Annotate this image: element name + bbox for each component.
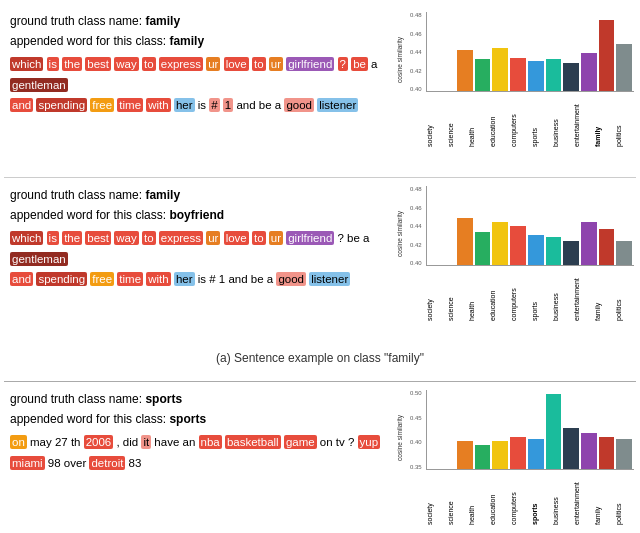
token-tok-red: way: [114, 231, 138, 245]
token-tok-yellow: on: [10, 435, 27, 449]
bar-label-sports: sports: [531, 266, 550, 321]
bar-education: [510, 226, 526, 266]
token-tok-red-light: it: [141, 435, 151, 449]
bar-label-business: business: [552, 470, 571, 525]
text-panel-ex-family-family: ground truth class name: familyappended …: [4, 8, 394, 165]
token-tok-red-light: good: [284, 98, 314, 112]
token-tok-red-dark: which: [10, 231, 43, 245]
bar-science: [475, 59, 491, 91]
bar-computers: [528, 439, 544, 469]
bar-business: [563, 63, 579, 91]
token-tok-purple: girlfriend: [286, 57, 334, 71]
bar-label-sports: sports: [531, 92, 550, 147]
bar-label-society: society: [426, 470, 445, 525]
token-tok-red: express: [159, 57, 203, 71]
bar-label-education: education: [489, 92, 508, 147]
bar-entertainment: [581, 222, 597, 265]
token-tok-blue-light: listener: [317, 98, 358, 112]
bar-society: [457, 50, 473, 91]
bar-politics: [616, 241, 632, 265]
bar-label-health: health: [468, 470, 487, 525]
example-ex-family-boyfriend: ground truth class name: familyappended …: [4, 182, 636, 339]
bar-label-family: family: [594, 470, 613, 525]
token-tok-red-dark: spending: [36, 98, 87, 112]
section-section-family: ground truth class name: familyappended …: [4, 8, 636, 371]
token-tok-blue-light: her: [174, 272, 195, 286]
meta-appended-word: appended word for this class: family: [10, 32, 388, 50]
bar-politics: [616, 439, 632, 469]
bar-business: [563, 241, 579, 265]
token-tok-red: to: [252, 231, 266, 245]
bar-sports: [546, 394, 562, 469]
token-tok-red: time: [117, 98, 143, 112]
token-tok-red: and: [10, 98, 33, 112]
token-tok-red: be: [351, 57, 368, 71]
sentence: which is the best way to express ur love…: [10, 54, 388, 116]
bar-family: [599, 229, 615, 265]
bar-family: [599, 437, 615, 469]
bar-sports: [546, 237, 562, 265]
token-tok-red: to: [142, 231, 156, 245]
token-tok-red-dark: which: [10, 57, 43, 71]
token-tok-blue-light: her: [174, 98, 195, 112]
bar-health: [492, 222, 508, 265]
bar-label-computers: computers: [510, 266, 529, 321]
bar-family: [599, 20, 615, 91]
token-tok-red: express: [159, 231, 203, 245]
bar-label-family: family: [594, 266, 613, 321]
token-tok-orange: ur: [269, 57, 283, 71]
meta-ground-truth: ground truth class name: family: [10, 186, 388, 204]
text-panel-ex-sports-sports: ground truth class name: sportsappended …: [4, 386, 394, 533]
meta-appended-word: appended word for this class: boyfriend: [10, 206, 388, 224]
token-tok-red-light: 1: [223, 98, 233, 112]
token-tok-red-dark: spending: [36, 272, 87, 286]
bar-society: [457, 218, 473, 265]
token-tok-red: love: [224, 57, 249, 71]
bar-education: [510, 58, 526, 91]
token-tok-red: with: [146, 272, 170, 286]
sentence: on may 27 th 2006 , did it have an nba b…: [10, 432, 388, 473]
token-tok-red: detroit: [89, 456, 125, 470]
token-tok-red: 2006: [84, 435, 114, 449]
token-tok-red: way: [114, 57, 138, 71]
token-tok-red: is: [47, 231, 59, 245]
token-tok-red: nba: [199, 435, 222, 449]
section-section-sports: ground truth class name: sportsappended …: [4, 386, 636, 533]
token-tok-orange: ur: [206, 57, 220, 71]
bar-label-health: health: [468, 92, 487, 147]
token-tok-red: yup: [358, 435, 381, 449]
bar-label-politics: politics: [615, 92, 634, 147]
bar-label-business: business: [552, 92, 571, 147]
token-tok-orange: ur: [269, 231, 283, 245]
token-tok-red-light: #: [209, 98, 219, 112]
bar-label-business: business: [552, 266, 571, 321]
bar-health: [492, 48, 508, 91]
bar-label-computers: computers: [510, 470, 529, 525]
bar-label-science: science: [447, 470, 466, 525]
main-container: ground truth class name: familyappended …: [0, 0, 640, 533]
bar-science: [475, 445, 491, 469]
token-tok-purple: girlfriend: [286, 231, 334, 245]
example-ex-family-family: ground truth class name: familyappended …: [4, 8, 636, 165]
bar-label-education: education: [489, 266, 508, 321]
bar-label-entertainment: entertainment: [573, 266, 592, 321]
token-tok-red: best: [85, 57, 111, 71]
token-tok-dark-red: gentleman: [10, 252, 68, 266]
chart-panel-ex-family-boyfriend: cosine similarity0.480.460.440.420.40soc…: [394, 182, 636, 339]
token-tok-yellow: free: [90, 272, 114, 286]
bar-science: [475, 232, 491, 265]
token-tok-red: game: [284, 435, 317, 449]
text-panel-ex-family-boyfriend: ground truth class name: familyappended …: [4, 182, 394, 339]
meta-appended-word: appended word for this class: sports: [10, 410, 388, 428]
bar-computers: [528, 235, 544, 265]
example-ex-sports-sports: ground truth class name: sportsappended …: [4, 386, 636, 533]
bar-label-entertainment: entertainment: [573, 92, 592, 147]
bar-label-science: science: [447, 92, 466, 147]
token-tok-dark-red: gentleman: [10, 78, 68, 92]
token-tok-red: and: [10, 272, 33, 286]
token-tok-red: best: [85, 231, 111, 245]
bar-education: [510, 437, 526, 469]
meta-ground-truth: ground truth class name: family: [10, 12, 388, 30]
token-tok-blue-light: listener: [309, 272, 350, 286]
bar-business: [563, 428, 579, 469]
